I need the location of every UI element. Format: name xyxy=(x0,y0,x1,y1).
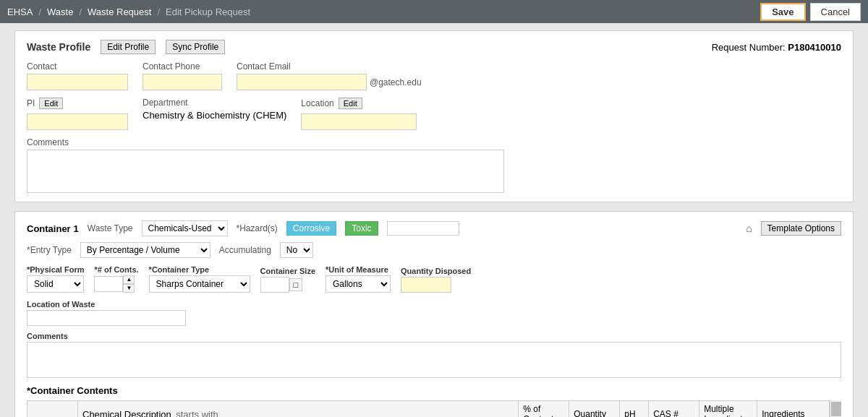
contents-title: *Container Contents xyxy=(27,385,841,396)
sync-profile-button[interactable]: Sync Profile xyxy=(166,40,225,54)
container-title: Container 1 xyxy=(27,223,79,234)
top-nav: EHSA / Waste / Waste Request / Edit Pick… xyxy=(0,0,868,23)
request-number-value: P180410010 xyxy=(788,42,841,53)
location-of-waste-group: Location of Waste xyxy=(27,300,841,326)
waste-profile-section: Waste Profile Edit Profile Sync Profile … xyxy=(14,30,854,202)
location-of-waste-input[interactable] xyxy=(27,310,186,326)
comments-group: Comments xyxy=(27,137,841,193)
container-comments-textarea[interactable] xyxy=(27,342,841,378)
location-label: Location xyxy=(301,98,333,108)
col-qty: Quantity xyxy=(569,401,620,418)
comments-textarea[interactable] xyxy=(27,150,504,193)
scroll-handle[interactable] xyxy=(831,402,841,416)
physical-form-label: *Physical Form xyxy=(27,265,84,274)
contact-input[interactable] xyxy=(27,74,128,90)
toxic-button[interactable]: Toxic xyxy=(345,221,378,236)
location-of-waste-label: Location of Waste xyxy=(27,300,841,309)
unit-of-measure-label: *Unit of Measure xyxy=(326,265,391,274)
email-row: @gatech.edu xyxy=(237,74,422,90)
location-edit-button[interactable]: Edit xyxy=(339,98,362,109)
waste-type-select[interactable]: Chemicals-Used xyxy=(142,220,228,236)
container-type-select[interactable]: Sharps Container xyxy=(149,275,250,293)
edit-profile-button[interactable]: Edit Profile xyxy=(101,40,156,54)
container-comments-group: Comments xyxy=(27,332,841,378)
waste-profile-title: Waste Profile xyxy=(27,41,90,53)
container-size-label: Container Size xyxy=(260,267,315,275)
top-nav-actions: Save Cancel xyxy=(760,3,861,21)
container-size-wrap: 10 □ xyxy=(260,277,315,293)
col-ingredients: Ingredients xyxy=(757,401,830,418)
quantity-disposed-group: Quantity Disposed 10 xyxy=(401,267,471,293)
entry-type-label: *Entry Type xyxy=(27,245,72,255)
container-size-group: Container Size 10 □ xyxy=(260,267,315,293)
pi-edit-button[interactable]: Edit xyxy=(39,98,63,109)
corrosive-button[interactable]: Corrosive xyxy=(286,221,336,236)
entry-type-row: *Entry Type By Percentage / Volume Accum… xyxy=(27,242,841,258)
contact-email-group: Contact Email @gatech.edu xyxy=(237,61,422,90)
num-conts-label: *# of Conts. xyxy=(94,265,138,274)
save-button[interactable]: Save xyxy=(760,3,805,21)
cancel-button[interactable]: Cancel xyxy=(810,3,861,21)
num-conts-input-wrap: 1 ▲ ▼ xyxy=(94,275,138,293)
department-value: Chemistry & Biochemistry (CHEM) xyxy=(142,110,286,121)
physical-form-group: *Physical Form Solid xyxy=(27,265,84,293)
container-size-expand[interactable]: □ xyxy=(289,278,303,291)
email-domain: @gatech.edu xyxy=(370,77,422,87)
request-number-label: Request Number: xyxy=(712,42,786,53)
num-conts-down[interactable]: ▼ xyxy=(123,284,135,293)
col-cas: CAS # xyxy=(649,401,699,418)
unit-of-measure-select[interactable]: Gallons xyxy=(326,275,391,293)
quantity-disposed-label: Quantity Disposed xyxy=(401,267,471,275)
department-label: Department xyxy=(142,98,286,108)
location-group: Location Edit xyxy=(301,98,417,130)
nav-current: Edit Pickup Request xyxy=(166,7,250,17)
waste-profile-header: Waste Profile Edit Profile Sync Profile … xyxy=(27,40,841,54)
accumulating-select[interactable]: No xyxy=(280,242,313,258)
template-options-button[interactable]: Template Options xyxy=(761,221,841,236)
contact-phone-input[interactable] xyxy=(142,74,222,90)
contents-table: Chemical Description starts with % of Co… xyxy=(27,400,830,417)
accumulating-label: Accumulating xyxy=(219,245,271,255)
container-section: Container 1 Waste Type Chemicals-Used *H… xyxy=(14,211,854,417)
home-icon[interactable]: ⌂ xyxy=(746,223,752,234)
num-conts-input[interactable]: 1 xyxy=(94,276,123,292)
location-of-waste-row: Location of Waste xyxy=(27,300,841,326)
nav-waste[interactable]: Waste xyxy=(47,7,73,17)
col-multiple: Multiple Ingredients xyxy=(699,401,757,418)
unit-of-measure-group: *Unit of Measure Gallons xyxy=(326,265,391,293)
pi-group: PI Edit xyxy=(27,98,128,130)
location-input[interactable] xyxy=(301,113,417,130)
col-ph: pH xyxy=(620,401,649,418)
contact-email-input[interactable] xyxy=(237,74,367,90)
entry-type-select[interactable]: By Percentage / Volume xyxy=(80,242,210,258)
physical-form-select[interactable]: Solid xyxy=(27,275,84,293)
container-type-label: *Container Type xyxy=(149,265,250,274)
contact-email-label: Contact Email xyxy=(237,61,422,72)
hazards-label: *Hazard(s) xyxy=(237,223,278,233)
table-scrollbar[interactable] xyxy=(830,400,841,417)
pi-input[interactable] xyxy=(27,113,128,130)
container-size-input[interactable]: 10 xyxy=(260,277,289,293)
nav-ehsa[interactable]: EHSA xyxy=(7,7,33,17)
num-conts-arrows: ▲ ▼ xyxy=(123,275,135,293)
pi-label: PI xyxy=(27,98,35,108)
contact-row: Contact Contact Phone Contact Email @gat… xyxy=(27,61,841,90)
quantity-disposed-input[interactable]: 10 xyxy=(401,277,451,293)
breadcrumb: EHSA / Waste / Waste Request / Edit Pick… xyxy=(7,7,250,17)
contact-phone-label: Contact Phone xyxy=(142,61,222,72)
hazard-input[interactable] xyxy=(387,221,459,236)
container-type-group: *Container Type Sharps Container xyxy=(149,265,250,293)
contact-label: Contact xyxy=(27,61,128,72)
waste-type-label: Waste Type xyxy=(88,223,133,233)
container-contents: *Container Contents Chemical Description… xyxy=(27,385,841,417)
department-group: Department Chemistry & Biochemistry (CHE… xyxy=(142,98,286,121)
col-actions xyxy=(27,401,78,418)
contact-group: Contact xyxy=(27,61,128,90)
comments-label: Comments xyxy=(27,137,841,147)
request-number: Request Number: P180410010 xyxy=(712,42,841,53)
num-conts-up[interactable]: ▲ xyxy=(123,275,135,284)
nav-waste-request[interactable]: Waste Request xyxy=(88,7,151,17)
container-comments-label: Comments xyxy=(27,332,841,340)
main-content: Waste Profile Edit Profile Sync Profile … xyxy=(0,23,868,417)
contents-table-wrap: Chemical Description starts with % of Co… xyxy=(27,400,841,417)
